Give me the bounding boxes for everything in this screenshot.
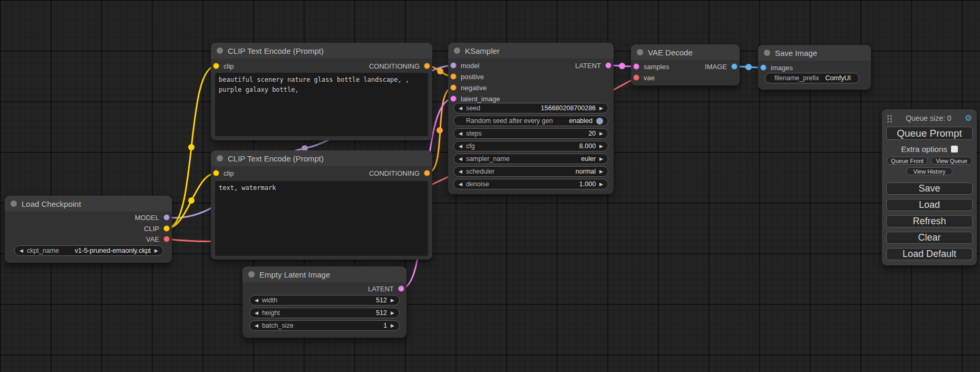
positive-input-port[interactable] [450,73,457,80]
random-seed-toggle-widget[interactable]: Random seed after every gen enabled [453,116,608,126]
clip-input-port[interactable] [213,63,219,69]
node-vae-decode[interactable]: VAE Decode samples vae IMAGE [631,44,740,85]
refresh-button[interactable]: Refresh [886,215,973,227]
node-title: Save Image [775,49,817,58]
node-title: Load Checkpoint [22,199,81,208]
node-title: CLIP Text Encode (Prompt) [228,154,324,163]
queue-panel-header: Queue size: 0 ⚙ [882,111,977,126]
increment-arrow-icon[interactable]: ▶ [599,169,603,174]
decrement-arrow-icon[interactable]: ◀ [255,298,258,303]
input-latent-image: latent_image [450,94,500,103]
decrement-arrow-icon[interactable]: ◀ [459,106,462,111]
negative-input-port[interactable] [450,84,457,91]
save-button[interactable]: Save [886,183,973,195]
node-collapse-dot[interactable] [217,47,223,54]
decrement-arrow-icon[interactable]: ◀ [255,323,258,328]
node-collapse-dot[interactable] [454,47,460,54]
latent-output-port[interactable] [605,62,612,69]
node-title-bar: KSampler [448,43,614,59]
conditioning-output-port[interactable] [424,170,430,176]
vae-output-port[interactable] [163,236,170,242]
node-collapse-dot[interactable] [11,201,17,207]
queue-prompt-button[interactable]: Queue Prompt [886,127,973,140]
cfg-widget[interactable]: ◀ cfg 8.000 ▶ [453,141,608,151]
node-save-image[interactable]: Save Image images filename_prefix ComfyU… [758,45,871,90]
clear-button[interactable]: Clear [886,232,973,244]
prompt-text-area[interactable]: text, watermark [215,181,428,256]
steps-widget[interactable]: ◀ steps 20 ▶ [453,128,608,139]
model-input-port[interactable] [450,62,457,69]
drag-handle-icon[interactable] [887,115,892,122]
output-model: MODEL [135,213,170,222]
latent-image-input-port[interactable] [450,96,457,102]
scheduler-widget[interactable]: ◀ scheduler normal ▶ [453,166,608,177]
node-collapse-dot[interactable] [217,155,223,161]
increment-arrow-icon[interactable]: ▶ [599,144,603,149]
load-default-button[interactable]: Load Default [886,248,973,260]
filename-prefix-widget[interactable]: filename_prefix ComfyUI [765,73,859,83]
decrement-arrow-icon[interactable]: ◀ [459,156,462,161]
extra-options-checkbox[interactable] [951,146,958,152]
increment-arrow-icon[interactable]: ▶ [599,106,603,111]
sampler-name-widget[interactable]: ◀ sampler_name euler ▶ [453,154,608,164]
widget-value: 1.000 [579,180,596,188]
widget-label: Random seed after every gen [466,117,553,125]
node-title-bar: CLIP Text Encode (Prompt) [211,150,432,166]
decrement-arrow-icon[interactable]: ◀ [20,248,23,253]
vae-input-port[interactable] [633,74,639,81]
input-vae: vae [633,73,655,82]
node-clip-text-encode-negative[interactable]: CLIP Text Encode (Prompt) clip CONDITION… [211,150,432,260]
width-widget[interactable]: ◀ width 512 ▶ [249,295,400,306]
input-images: images [760,63,793,72]
node-collapse-dot[interactable] [637,49,643,55]
decrement-arrow-icon[interactable]: ◀ [255,310,258,316]
latent-output-port[interactable] [398,285,404,292]
output-vae: VAE [146,235,170,243]
batch-size-widget[interactable]: ◀ batch_size 1 ▶ [249,320,400,331]
view-history-button[interactable]: View History [906,167,953,175]
model-output-port[interactable] [163,214,170,221]
decrement-arrow-icon[interactable]: ◀ [459,131,462,136]
samples-input-port[interactable] [633,63,639,70]
increment-arrow-icon[interactable]: ▶ [391,323,394,328]
queue-panel: Queue size: 0 ⚙ Queue Prompt Extra optio… [882,109,977,265]
node-title-bar: Save Image [758,45,871,61]
port-label: negative [461,84,487,92]
widget-label: cfg [466,142,475,150]
node-clip-text-encode-positive[interactable]: CLIP Text Encode (Prompt) clip CONDITION… [211,43,432,140]
increment-arrow-icon[interactable]: ▶ [599,131,603,136]
toggle-enabled-icon[interactable] [596,118,603,125]
increment-arrow-icon[interactable]: ▶ [391,298,394,303]
view-queue-button[interactable]: View Queue [931,157,972,165]
decrement-arrow-icon[interactable]: ◀ [459,144,462,149]
input-samples: samples [633,62,669,71]
node-ksampler[interactable]: KSampler model positive negative latent_… [448,43,614,194]
widget-label: ckpt_name [27,247,59,254]
gear-icon[interactable]: ⚙ [965,114,972,122]
node-empty-latent-image[interactable]: Empty Latent Image LATENT ◀ width 512 ▶ … [242,266,406,338]
increment-arrow-icon[interactable]: ▶ [154,248,158,253]
clip-output-port[interactable] [163,225,170,232]
increment-arrow-icon[interactable]: ▶ [599,156,603,161]
height-widget[interactable]: ◀ height 512 ▶ [249,308,400,318]
ckpt-name-widget[interactable]: ◀ ckpt_name v1-5-pruned-emaonly.ckpt ▶ [14,245,163,256]
images-input-port[interactable] [760,64,766,71]
node-load-checkpoint[interactable]: Load Checkpoint MODEL CLIP VAE ◀ ckpt_na… [5,196,172,263]
node-collapse-dot[interactable] [764,50,770,56]
node-collapse-dot[interactable] [248,271,255,278]
increment-arrow-icon[interactable]: ▶ [391,310,394,316]
seed-widget[interactable]: ◀ seed 156680208700286 ▶ [453,103,608,113]
conditioning-output-port[interactable] [424,63,430,69]
decrement-arrow-icon[interactable]: ◀ [459,182,462,187]
load-button[interactable]: Load [886,199,973,211]
port-label: MODEL [135,214,159,222]
port-label: model [461,62,479,70]
clip-input-port[interactable] [213,170,219,176]
prompt-text-area[interactable]: beautiful scenery nature glass bottle la… [215,73,428,136]
image-output-port[interactable] [731,63,738,70]
decrement-arrow-icon[interactable]: ◀ [459,169,462,174]
denoise-widget[interactable]: ◀ denoise 1.000 ▶ [453,179,608,189]
widget-value: 1 [383,322,387,329]
queue-front-button[interactable]: Queue Front [887,157,928,165]
increment-arrow-icon[interactable]: ▶ [599,182,603,187]
